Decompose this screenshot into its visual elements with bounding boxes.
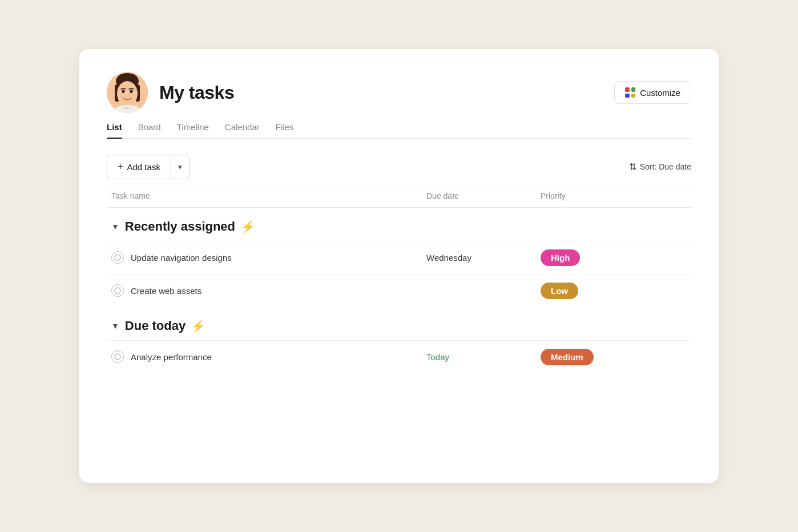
customize-label: Customize — [640, 88, 680, 98]
section-recently-assigned-header[interactable]: ▼ Recently assigned ⚡ — [107, 208, 691, 241]
task-priority-cell: Medium — [531, 349, 646, 365]
task-priority-cell: High — [531, 249, 646, 266]
page-title: My tasks — [159, 82, 234, 103]
customize-button[interactable]: Customize — [614, 81, 691, 104]
add-task-label: Add task — [127, 162, 160, 172]
main-card: My tasks Customize List Board Timeline C… — [79, 49, 719, 483]
task-row[interactable]: Analyze performance Today Medium — [107, 340, 691, 373]
svg-point-4 — [117, 81, 138, 106]
tab-bar: List Board Timeline Calendar Files — [107, 122, 691, 139]
svg-point-9 — [115, 288, 120, 293]
sort-icon: ⇅ — [629, 162, 636, 172]
section-recently-assigned-title: Recently assigned — [125, 219, 235, 234]
svg-point-6 — [122, 90, 125, 93]
task-check-circle[interactable] — [111, 284, 124, 297]
add-task-button[interactable]: + Add task — [107, 155, 171, 179]
task-name-cell: Analyze performance — [107, 350, 417, 363]
section-due-today-header[interactable]: ▼ Due today ⚡ — [107, 307, 691, 340]
task-name-cell: Create web assets — [107, 284, 417, 297]
tab-board[interactable]: Board — [138, 122, 161, 139]
section-lightning-icon: ⚡ — [241, 220, 255, 233]
svg-point-7 — [130, 90, 133, 93]
add-task-group: + Add task ▾ — [107, 155, 190, 179]
plus-icon: + — [118, 161, 124, 173]
task-check-circle[interactable] — [111, 251, 124, 264]
column-task-name: Task name — [107, 191, 417, 200]
task-name: Update navigation designs — [131, 253, 232, 263]
avatar — [107, 72, 148, 113]
task-priority-cell: Low — [531, 283, 646, 299]
tab-calendar[interactable]: Calendar — [225, 122, 260, 139]
priority-badge: High — [541, 249, 580, 266]
section-due-today-title: Due today — [125, 319, 186, 333]
column-actions — [646, 191, 691, 200]
column-priority: Priority — [531, 191, 646, 200]
table-header: Task name Due date Priority — [107, 184, 691, 208]
page-header: My tasks Customize — [107, 72, 691, 113]
task-row[interactable]: Update navigation designs Wednesday High — [107, 241, 691, 274]
tab-files[interactable]: Files — [276, 122, 294, 139]
svg-point-10 — [115, 354, 120, 360]
priority-badge: Medium — [541, 349, 594, 365]
tab-timeline[interactable]: Timeline — [177, 122, 209, 139]
task-check-circle[interactable] — [111, 350, 124, 363]
add-task-dropdown-button[interactable]: ▾ — [171, 155, 189, 179]
task-due-date: Today — [417, 352, 531, 362]
task-row[interactable]: Create web assets Low — [107, 274, 691, 307]
section-chevron-icon: ▼ — [111, 321, 119, 331]
task-due-date: Wednesday — [417, 253, 531, 263]
task-name: Create web assets — [131, 286, 201, 296]
column-due-date: Due date — [417, 191, 531, 200]
section-lightning-icon: ⚡ — [191, 319, 205, 333]
task-name-cell: Update navigation designs — [107, 251, 417, 264]
chevron-down-icon: ▾ — [178, 163, 182, 171]
tab-list[interactable]: List — [107, 122, 122, 139]
header-left: My tasks — [107, 72, 234, 113]
svg-point-8 — [115, 255, 120, 260]
customize-icon — [625, 87, 635, 98]
priority-badge: Low — [541, 283, 578, 299]
task-name: Analyze performance — [131, 352, 212, 362]
sort-control[interactable]: ⇅ Sort: Due date — [629, 162, 691, 172]
section-chevron-icon: ▼ — [111, 222, 119, 231]
toolbar: + Add task ▾ ⇅ Sort: Due date — [107, 155, 691, 179]
sort-label-text: Sort: Due date — [640, 162, 691, 171]
